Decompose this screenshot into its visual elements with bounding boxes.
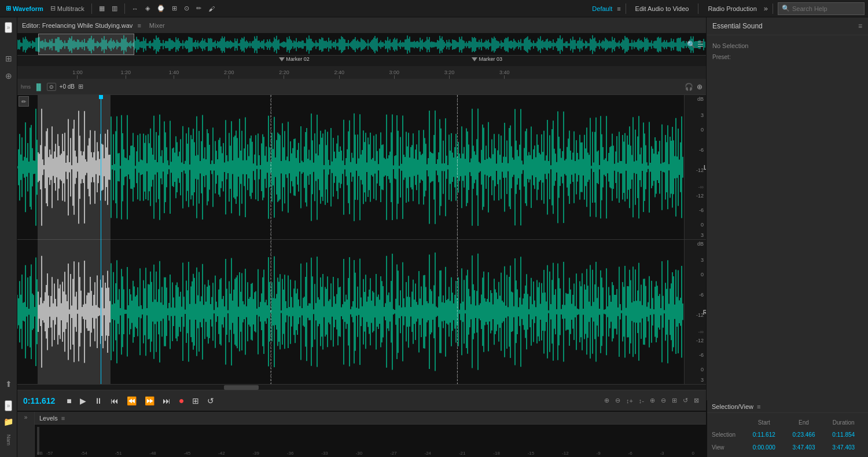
play-btn[interactable]: ▶ — [78, 395, 89, 407]
left-sidebar-expand-btn[interactable]: » — [5, 22, 13, 33]
zoom-out-amp-btn[interactable]: ↕- — [638, 396, 645, 405]
db-inf-top: -∞ — [698, 184, 704, 190]
levels-title: Levels — [39, 415, 58, 422]
sv-view-duration[interactable]: 3:47.403 — [823, 444, 863, 451]
search-area: 🔍 — [778, 2, 865, 15]
radio-production-btn[interactable]: Radio Production — [703, 4, 761, 13]
db-scale-42: -42 — [218, 451, 225, 456]
to-end-btn[interactable]: ⏭ — [160, 395, 173, 407]
pencil-edit-btn[interactable]: ✏ — [19, 96, 29, 107]
levels-panel: Levels ≡ -57 -54 -51 -48 -45 -42 -39 -36 — [35, 412, 706, 457]
playhead — [101, 95, 101, 384]
zoom-out-freq-btn[interactable]: ⊖ — [660, 396, 667, 405]
clip-btn[interactable]: ⊞ — [190, 395, 201, 407]
db-scale-24: -24 — [424, 451, 431, 456]
scrollbar-thumb[interactable] — [224, 385, 259, 390]
zoom-in-amp-btn[interactable]: ↕+ — [625, 396, 634, 405]
playback-controls: 0:11.612 ■ ▶ ⏸ ⏮ ⏪ ⏩ ⏭ ● ⊞ ↺ ⊕ ⊖ ↕+ ↕- ⊕… — [17, 390, 706, 411]
zoom-out-time-btn[interactable]: ⊖ — [614, 396, 621, 405]
overview-viewport[interactable] — [38, 34, 135, 55]
editor-title: Editor: Freelancing While Studying.wav — [22, 22, 133, 29]
essential-sound-body: No Selection Preset: — [707, 35, 868, 67]
record-btn[interactable]: ● — [176, 394, 187, 407]
headphones-btn[interactable]: 🎧 — [685, 83, 693, 91]
sv-view-start[interactable]: 0:00.000 — [744, 444, 784, 451]
sidebar-expand-bottom-btn[interactable]: » — [5, 400, 13, 411]
sidebar-folder-icon[interactable]: 📁 — [1, 415, 16, 429]
overview-settings-btn[interactable]: ☰ — [697, 41, 704, 49]
channel-l-label: L — [704, 164, 706, 170]
filter-btn[interactable]: ⊕ — [697, 83, 703, 91]
waveform-canvas-area[interactable] — [17, 95, 684, 384]
more-panels-btn[interactable]: » — [764, 4, 768, 13]
sv-selection-start[interactable]: 0:11.612 — [744, 432, 784, 438]
marker-03[interactable]: Marker 03 — [472, 56, 502, 62]
essential-sound-menu-btn[interactable]: ≡ — [858, 22, 862, 30]
move-tool-btn[interactable]: ↔ — [130, 4, 141, 13]
rewind-btn[interactable]: ⏪ — [124, 395, 139, 407]
time-tool-btn[interactable]: ⌚ — [155, 3, 167, 13]
lasso-tool-btn[interactable]: ⊙ — [182, 3, 192, 13]
db-3-bottom: 3 — [701, 257, 704, 263]
search-input[interactable] — [792, 5, 850, 12]
toolbar-separator-3 — [626, 3, 626, 14]
sv-view-end[interactable]: 3:47.403 — [784, 444, 824, 451]
multitrack-mode-btn[interactable]: ⊟ Multitrack — [48, 3, 87, 13]
zoom-fit-btn[interactable]: ⊞ — [671, 396, 678, 405]
zoom-in-time-btn[interactable]: ⊕ — [603, 396, 610, 405]
zoom-in-freq-btn[interactable]: ⊕ — [649, 396, 656, 405]
to-start-btn[interactable]: ⏮ — [108, 395, 121, 407]
zoom-reset-btn[interactable]: ↺ — [682, 396, 689, 405]
levels-body[interactable]: -57 -54 -51 -48 -45 -42 -39 -36 -33 -30 … — [35, 425, 706, 457]
horizontal-scrollbar[interactable] — [17, 384, 706, 390]
marker-02[interactable]: Marker 02 — [279, 56, 310, 62]
selection-tool-btn[interactable]: ◈ — [143, 3, 152, 13]
sidebar-media-icon[interactable]: ⊞ — [3, 52, 14, 65]
workspace-menu-btn[interactable]: ≡ — [617, 5, 620, 12]
db-3b-bottom: 3 — [701, 377, 704, 383]
sv-selection-duration[interactable]: 0:11.854 — [823, 432, 863, 438]
sv-selection-end[interactable]: 0:23.466 — [784, 432, 824, 438]
waveform-svg — [17, 95, 684, 384]
mixer-btn[interactable]: Mixer — [146, 21, 168, 30]
waveform-mode-btn[interactable]: ⊞ Waveform — [3, 3, 46, 13]
bottom-left-col: » — [17, 412, 35, 457]
brush-tool-btn[interactable]: 🖌 — [206, 4, 217, 13]
db-scale-area: dB 3 0 -6 -12 -∞ -12 -6 0 3 L dB 3 0 — [684, 95, 706, 384]
loop-btn[interactable]: ↺ — [205, 395, 216, 407]
db-scale-0: 0 — [692, 451, 694, 456]
spectral2-btn[interactable]: ▥ — [109, 3, 120, 13]
zoom-extra-btn[interactable]: ⊠ — [693, 396, 700, 405]
db-scale-18: -18 — [493, 451, 500, 456]
db-scale-15: -15 — [528, 451, 535, 456]
levels-menu-btn[interactable]: ≡ — [61, 415, 65, 422]
bottom-expand-btn[interactable]: » — [24, 414, 28, 421]
clock-btn[interactable]: ⊙ — [47, 83, 56, 91]
overview-bar[interactable]: 🔍 ☰ — [17, 34, 706, 56]
bottom-area: » Levels ≡ -57 -54 -51 -48 -45 — [17, 411, 706, 457]
editor-menu-btn[interactable]: ≡ — [137, 22, 141, 29]
playhead-top — [99, 95, 103, 99]
db-label-bottom: dB — [697, 241, 704, 247]
time-tick-100: 1:00 — [72, 70, 83, 79]
spectral2-icon: ▥ — [112, 5, 117, 12]
zoom-to-fit-btn[interactable]: 🔍 — [687, 41, 696, 49]
sv-start-header: Start — [744, 419, 784, 426]
marquee-tool-btn[interactable]: ⊞ — [170, 3, 179, 13]
edit-audio-btn[interactable]: Edit Audio to Video — [631, 4, 694, 13]
content-area: Editor: Freelancing While Studying.wav ≡… — [17, 17, 706, 457]
track-time-format: hms — [21, 84, 31, 90]
db-scale-33: -33 — [321, 451, 328, 456]
time-tick-240: 2:40 — [334, 70, 344, 79]
spectral-btn[interactable]: ▦ — [97, 3, 107, 13]
stop-btn[interactable]: ■ — [64, 395, 73, 407]
sidebar-effects-icon[interactable]: ⊕ — [3, 69, 14, 83]
fast-forward-btn[interactable]: ⏩ — [142, 395, 157, 407]
selection-view-menu-btn[interactable]: ≡ — [757, 403, 760, 410]
sidebar-upload-icon[interactable]: ⬆ — [3, 377, 14, 391]
snap-btn[interactable]: ⊞ — [78, 83, 83, 90]
pencil-tool-btn[interactable]: ✏ — [194, 3, 204, 13]
time-ruler[interactable]: 1:00 1:20 1:40 2:00 2:20 2:40 3: — [17, 66, 706, 79]
pause-btn[interactable]: ⏸ — [92, 395, 105, 407]
selection-view-title: Selection/View — [712, 403, 753, 410]
